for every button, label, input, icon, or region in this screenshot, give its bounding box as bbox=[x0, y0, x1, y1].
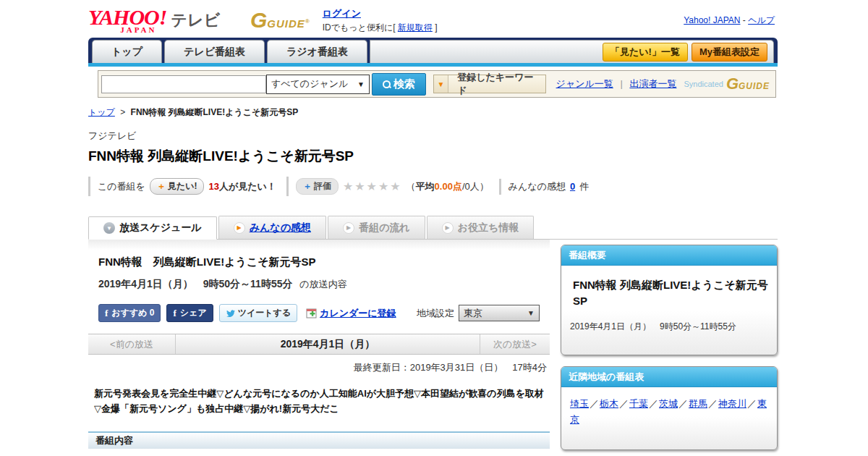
prev-broadcast-button[interactable]: <前の放送 bbox=[88, 334, 176, 354]
search-strip: すべてのジャンル ▼ 検索 ▼ 登録したキーワード ジャンル一覧 | 出演者一覧… bbox=[98, 70, 776, 98]
gguide-logo-icon: GGUIDE bbox=[726, 75, 770, 93]
breadcrumb-home-link[interactable]: トップ bbox=[88, 107, 115, 117]
rating-group: ＋ 評価 ★★★★★ （平均0.00点/0人） bbox=[286, 177, 499, 196]
region-label: 地域設定 bbox=[417, 307, 454, 320]
login-hint: IDでもっと便利に[ bbox=[323, 22, 396, 33]
gguide-logo-icon: GGUIDE® bbox=[250, 8, 310, 33]
region-link-chiba[interactable]: 千葉 bbox=[629, 398, 648, 409]
nav-tab-top[interactable]: トップ bbox=[92, 40, 162, 63]
tab-flow[interactable]: ▶ 番組の流れ bbox=[328, 216, 425, 239]
region-select[interactable]: 東京 ▼ bbox=[459, 305, 540, 321]
program-action-row: この番組を ＋ 見たい! 13人が見たい！ ＋ 評価 ★★★★★ （平均0.00… bbox=[88, 177, 778, 196]
broadcast-date-nav: <前の放送 2019年4月1日（月） 次の放送> bbox=[88, 334, 550, 355]
facebook-icon: f bbox=[105, 308, 108, 319]
tab-schedule[interactable]: ▼ 放送スケジュール bbox=[88, 216, 217, 240]
chevron-right-circle-icon: ▶ bbox=[343, 222, 354, 234]
region-link-tochigi[interactable]: 栃木 bbox=[600, 398, 618, 409]
chevron-right-circle-icon: ▶ bbox=[442, 222, 454, 234]
broadcast-title: FNN特報 列島縦断LIVE!ようこそ新元号SP bbox=[98, 256, 540, 269]
chevron-down-icon: ▼ bbox=[527, 309, 535, 317]
chevron-down-icon: ▼ bbox=[357, 80, 365, 88]
twitter-icon bbox=[226, 308, 235, 318]
content-top-gradient bbox=[88, 240, 550, 250]
overview-title: FNN特報 列島縦断LIVE!ようこそ新元号SP bbox=[570, 277, 768, 309]
header-links: Yahoo! JAPAN - ヘルプ bbox=[684, 14, 778, 27]
sidebar: 番組概要 FNN特報 列島縦断LIVE!ようこそ新元号SP 2019年4月1日（… bbox=[561, 240, 778, 456]
breadcrumb-current: FNN特報 列島縦断LIVE!ようこそ新元号SP bbox=[131, 107, 299, 117]
search-button[interactable]: 検索 bbox=[372, 73, 426, 96]
average-score: 0.00点 bbox=[435, 181, 462, 192]
facebook-recommend-button[interactable]: f おすすめ 0 bbox=[98, 304, 161, 322]
search-icon bbox=[383, 80, 391, 88]
performer-list-link[interactable]: 出演者一覧 bbox=[629, 78, 676, 89]
plus-icon: ＋ bbox=[303, 180, 312, 193]
calendar-register-link[interactable]: カレンダーに登録 bbox=[306, 307, 396, 320]
content-section-header: 番組内容 bbox=[88, 431, 550, 449]
kanso-label: みんなの感想 bbox=[509, 180, 566, 193]
chevron-down-icon: ▼ bbox=[434, 75, 448, 93]
registered-keywords-button[interactable]: ▼ 登録したキーワード bbox=[433, 75, 546, 93]
region-link-kanagawa[interactable]: 神奈川 bbox=[718, 398, 746, 409]
page-title: FNN特報 列島縦断LIVE!ようこそ新元号SP bbox=[88, 147, 778, 166]
help-link[interactable]: ヘルプ bbox=[748, 15, 775, 25]
nav-accent-bar bbox=[88, 63, 778, 67]
mitai-button[interactable]: ＋ 見たい! bbox=[150, 178, 205, 195]
star-rating-icons[interactable]: ★★★★★ bbox=[343, 180, 402, 193]
region-link-ibaraki[interactable]: 茨城 bbox=[659, 398, 678, 409]
social-row: f おすすめ 0 f シェア ツイートする カレンダーに登録 地域設定 bbox=[98, 304, 540, 322]
service-name: テレビ bbox=[171, 9, 220, 31]
yahoo-japan-link[interactable]: Yahoo! JAPAN bbox=[684, 15, 740, 25]
chevron-right-circle-icon: ▶ bbox=[234, 222, 245, 234]
genre-select[interactable]: すべてのジャンル ▼ bbox=[266, 75, 370, 94]
nearby-links: 埼玉／栃木／千葉／茨城／群馬／神奈川／東京 bbox=[561, 387, 777, 449]
nav-tab-tv-listings[interactable]: テレビ番組表 bbox=[164, 40, 265, 63]
calendar-icon bbox=[306, 308, 317, 318]
main-content: FNN特報 列島縦断LIVE!ようこそ新元号SP 2019年4月1日（月） 9時… bbox=[88, 240, 550, 456]
search-input[interactable] bbox=[101, 75, 266, 93]
facebook-icon: f bbox=[173, 308, 176, 319]
login-block: ログイン IDでもっと便利に[ 新規取得 ] bbox=[323, 7, 438, 34]
signup-link[interactable]: 新規取得 bbox=[398, 22, 433, 33]
kanso-count-link[interactable]: 0 bbox=[570, 181, 575, 192]
main-navbar: トップ テレビ番組表 ラジオ番組表 「見たい!」一覧 My番組表設定 bbox=[88, 38, 778, 67]
nearby-header: 近隣地域の番組表 bbox=[561, 367, 777, 387]
tweet-button[interactable]: ツイートする bbox=[219, 304, 297, 322]
mitai-prefix: この番組を bbox=[98, 180, 145, 193]
yahoo-japan-logo-icon[interactable]: YAHOO! JAPAN bbox=[88, 7, 166, 34]
broadcast-date: 2019年4月1日（月） bbox=[176, 334, 480, 354]
region-link-saitama[interactable]: 埼玉 bbox=[570, 398, 589, 409]
overview-datetime: 2019年4月1日（月） 9時50分～11時55分 bbox=[570, 321, 768, 333]
nav-filler: 「見たい!」一覧 My番組表設定 bbox=[370, 40, 774, 63]
genre-list-link[interactable]: ジャンル一覧 bbox=[556, 78, 613, 89]
chevron-down-circle-icon: ▼ bbox=[103, 222, 115, 234]
rating-button[interactable]: ＋ 評価 bbox=[296, 178, 339, 195]
kanso-group: みんなの感想 0 件 bbox=[499, 179, 599, 195]
region-link-gunma[interactable]: 群馬 bbox=[689, 398, 707, 409]
mitai-count: 13 bbox=[208, 181, 218, 192]
mitai-group: この番組を ＋ 見たい! 13人が見たい！ bbox=[88, 177, 286, 196]
mitai-list-button[interactable]: 「見たい!」一覧 bbox=[603, 43, 688, 62]
nav-tab-radio-listings[interactable]: ラジオ番組表 bbox=[267, 40, 367, 63]
broadcast-datetime: 2019年4月1日（月） 9時50分～11時55分 の放送内容 bbox=[98, 278, 540, 291]
program-overview-box: 番組概要 FNN特報 列島縦断LIVE!ようこそ新元号SP 2019年4月1日（… bbox=[561, 245, 778, 355]
program-tabs: ▼ 放送スケジュール ▶ みんなの感想 ▶ 番組の流れ ▶ お役立ち情報 bbox=[88, 216, 778, 240]
channel-name: フジテレビ bbox=[88, 130, 778, 143]
syndicated-label: Syndicated bbox=[684, 80, 723, 88]
tab-kanso[interactable]: ▶ みんなの感想 bbox=[218, 216, 326, 239]
overview-header: 番組概要 bbox=[561, 245, 777, 266]
program-summary: 新元号発表会見を完全生中継▽どんな元号になるのか人工知能AIが大胆予想▽本田望結… bbox=[94, 386, 544, 417]
last-updated: 最終更新日：2019年3月31日（日） 17時4分 bbox=[91, 361, 547, 374]
site-header: YAHOO! JAPAN テレビ GGUIDE® ログイン IDでもっと便利に[… bbox=[88, 0, 778, 38]
login-link[interactable]: ログイン bbox=[323, 8, 361, 19]
facebook-share-button[interactable]: f シェア bbox=[166, 304, 213, 322]
tab-tips[interactable]: ▶ お役立ち情報 bbox=[427, 216, 535, 239]
my-schedule-settings-button[interactable]: My番組表設定 bbox=[692, 43, 767, 62]
breadcrumb: トップ > FNN特報 列島縦断LIVE!ようこそ新元号SP bbox=[88, 106, 778, 119]
nearby-regions-box: 近隣地域の番組表 埼玉／栃木／千葉／茨城／群馬／神奈川／東京 bbox=[561, 366, 778, 450]
average-label: 平均 bbox=[416, 181, 435, 192]
next-broadcast-button[interactable]: 次の放送> bbox=[480, 334, 550, 354]
plus-icon: ＋ bbox=[157, 180, 166, 193]
login-hint-close: ] bbox=[435, 22, 437, 33]
